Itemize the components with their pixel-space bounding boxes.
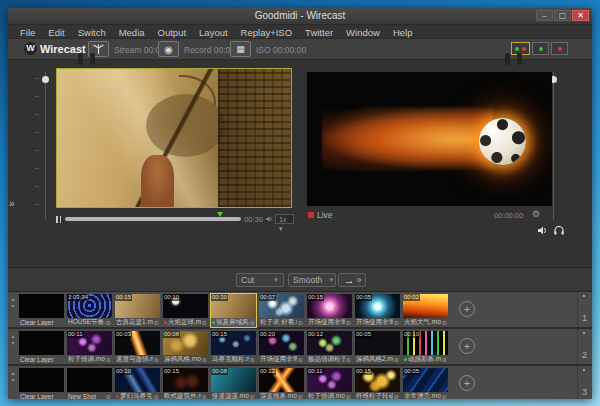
shot-gear-icon[interactable]: ⚙ [346, 319, 351, 326]
layer-reorder-arrows[interactable]: ▲▼ [8, 333, 18, 347]
preview-monitor[interactable] [56, 68, 292, 208]
right-slider-stub[interactable] [517, 53, 522, 65]
scrub-marker[interactable] [217, 212, 223, 217]
live-monitor[interactable] [307, 72, 552, 206]
left-slider-stub[interactable] [78, 53, 83, 65]
shot-gear-icon[interactable]: ⚙ [250, 319, 255, 326]
menu-item-replay-iso[interactable]: Replay+ISO [241, 27, 293, 36]
clear-layer-shot[interactable]: Clear Layer [19, 294, 64, 327]
menu-item-edit[interactable]: Edit [48, 27, 64, 36]
menu-item-help[interactable]: Help [393, 27, 413, 36]
shot-gear-icon[interactable]: ⚙ [442, 319, 447, 326]
shot-gear-icon[interactable]: ⚙ [394, 319, 399, 326]
menu-item-twitter[interactable]: Twitter [305, 27, 333, 36]
new-shot[interactable]: New Shot⚙ [67, 368, 112, 399]
shot-gear-icon[interactable]: ⚙ [106, 356, 111, 363]
shot-gear-icon[interactable]: ⚙ [202, 393, 207, 399]
add-shot-button[interactable]: + [459, 375, 475, 391]
preview-zoom-slider[interactable] [41, 72, 51, 220]
shot-thumbnail[interactable]: 00:05非常漂亮.mov⚙ [403, 368, 448, 399]
shot-gear-icon[interactable]: ⚙ [250, 356, 255, 363]
speaker-icon[interactable] [266, 215, 273, 223]
right-slider-stub[interactable] [505, 53, 510, 65]
shot-thumbnail[interactable]: 00:10梦幻马赛克⚙ [115, 368, 160, 399]
shot-thumbnail[interactable]: 1:03:34HOUSE节奏.m⚙ [67, 294, 112, 327]
title-bar[interactable]: Goodmidi - Wirecast – ▢ ✕ [8, 8, 592, 25]
shot-gear-icon[interactable]: ⚙ [346, 356, 351, 363]
menu-item-output[interactable]: Output [158, 27, 187, 36]
shot-gear-icon[interactable]: ⚙ [106, 319, 111, 326]
shot-thumbnail[interactable]: 00:15开场使用非常⚙ [307, 294, 352, 327]
shot-gear-icon[interactable]: ⚙ [250, 393, 255, 399]
layer-reorder-arrows[interactable]: ▲▼ [8, 296, 18, 310]
iso-record-button[interactable]: ▦ [230, 41, 251, 57]
scrub-track[interactable] [65, 217, 241, 221]
transition-smooth-button[interactable]: Smooth▼ [288, 273, 336, 287]
shot-thumbnail[interactable]: 00:08涂鸦风格.mov⚙ [163, 331, 208, 364]
shot-thumbnail[interactable]: 00:05涂鸦风格2.mov⚙ [355, 331, 400, 364]
shot-thumbnail[interactable]: 00:03速度与激情.mc⚙ [115, 331, 160, 364]
layer-scrollbar-dot[interactable] [583, 295, 585, 297]
speaker-mute-icon[interactable] [538, 226, 548, 235]
shot-thumbnail[interactable]: 00:12深蓝线条.mov⚙ [259, 368, 304, 399]
shot-thumbnail[interactable]: 00:30埃及异域风⚙ [211, 294, 256, 327]
menu-item-switch[interactable]: Switch [78, 27, 106, 36]
maximize-button[interactable]: ▢ [554, 10, 571, 21]
live-settings-gear-icon[interactable]: ⚙ [532, 209, 540, 219]
menu-item-media[interactable]: Media [119, 27, 145, 36]
preview-zoom-knob[interactable] [42, 76, 49, 83]
panel-expand-chevron-icon[interactable]: » [9, 198, 15, 209]
shot-thumbnail[interactable]: 00:07粒子表 好看.m⚙ [259, 294, 304, 327]
shot-thumbnail[interactable]: 00:11粒子情调.mov⚙ [67, 331, 112, 364]
shot-gear-icon[interactable]: ⚙ [106, 393, 111, 399]
pause-icon[interactable] [56, 216, 61, 223]
shot-gear-icon[interactable]: ⚙ [442, 356, 447, 363]
shot-gear-icon[interactable]: ⚙ [154, 319, 159, 326]
shot-thumbnail[interactable]: 00:15纤维粒子转动⚙ [355, 368, 400, 399]
shot-gear-icon[interactable]: ⚙ [298, 319, 303, 326]
shot-thumbnail[interactable]: 00:15欧式建筑外.mc⚙ [163, 368, 208, 399]
shot-thumbnail[interactable]: 00:11粒子情调.mov⚙ [307, 368, 352, 399]
left-slider-stub[interactable] [90, 53, 95, 65]
shot-thumbnail[interactable]: 00:10动感彩条.m⚙ [403, 331, 448, 364]
shot-gear-icon[interactable]: ⚙ [298, 393, 303, 399]
shot-gear-icon[interactable]: ⚙ [154, 393, 159, 399]
preview-only-view-button[interactable] [532, 42, 549, 55]
shot-thumbnail[interactable]: 00:15马赛克颗粒.mc⚙ [211, 331, 256, 364]
shot-gear-icon[interactable]: ⚙ [298, 356, 303, 363]
close-button[interactable]: ✕ [572, 10, 589, 21]
shot-gear-icon[interactable]: ⚙ [202, 319, 207, 326]
go-transition-button[interactable]: → [338, 273, 366, 287]
clear-layer-shot[interactable]: Clear Layer [19, 368, 64, 399]
add-shot-button[interactable]: + [459, 338, 475, 354]
record-button[interactable]: ◉ [158, 41, 179, 57]
shot-thumbnail[interactable]: 00:02火焰大气.mov⚙ [403, 294, 448, 327]
shot-thumbnail[interactable]: 00:12极品情调粒子2⚙ [307, 331, 352, 364]
shot-thumbnail[interactable]: 00:05开场使用非常⚙ [355, 294, 400, 327]
transition-cut-button[interactable]: Cut▼ [236, 273, 284, 287]
shot-thumbnail[interactable]: 00:20开场使用非常3⚙ [259, 331, 304, 364]
shot-gear-icon[interactable]: ⚙ [346, 393, 351, 399]
shot-gear-icon[interactable]: ⚙ [442, 393, 447, 399]
shot-gear-icon[interactable]: ⚙ [394, 356, 399, 363]
layer-scrollbar-dot[interactable] [583, 332, 585, 334]
shot-gear-icon[interactable]: ⚙ [394, 393, 399, 399]
menu-bar: FileEditSwitchMediaOutputLayoutReplay+IS… [8, 25, 592, 39]
headphones-icon[interactable] [554, 226, 564, 235]
menu-item-layout[interactable]: Layout [199, 27, 228, 36]
clear-layer-shot[interactable]: Clear Layer [19, 331, 64, 364]
playback-speed-dropdown[interactable]: 1x ▾ [275, 214, 294, 224]
menu-item-window[interactable]: Window [346, 27, 380, 36]
egypt-figure-carving [141, 155, 174, 207]
shot-thumbnail[interactable]: 00:08慢速荡漾.mov⚙ [211, 368, 256, 399]
minimize-button[interactable]: – [536, 10, 553, 21]
menu-item-file[interactable]: File [20, 27, 35, 36]
shot-gear-icon[interactable]: ⚙ [202, 356, 207, 363]
shot-thumbnail[interactable]: 00:10火焰足球.m⚙ [163, 294, 208, 327]
layer-reorder-arrows[interactable]: ▲▼ [8, 370, 18, 384]
layer-scrollbar-dot[interactable] [583, 369, 585, 371]
shot-thumbnail[interactable]: 00:15古典花篮1.mov⚙ [115, 294, 160, 327]
live-only-view-button[interactable] [551, 42, 568, 55]
add-shot-button[interactable]: + [459, 301, 475, 317]
shot-gear-icon[interactable]: ⚙ [154, 356, 159, 363]
